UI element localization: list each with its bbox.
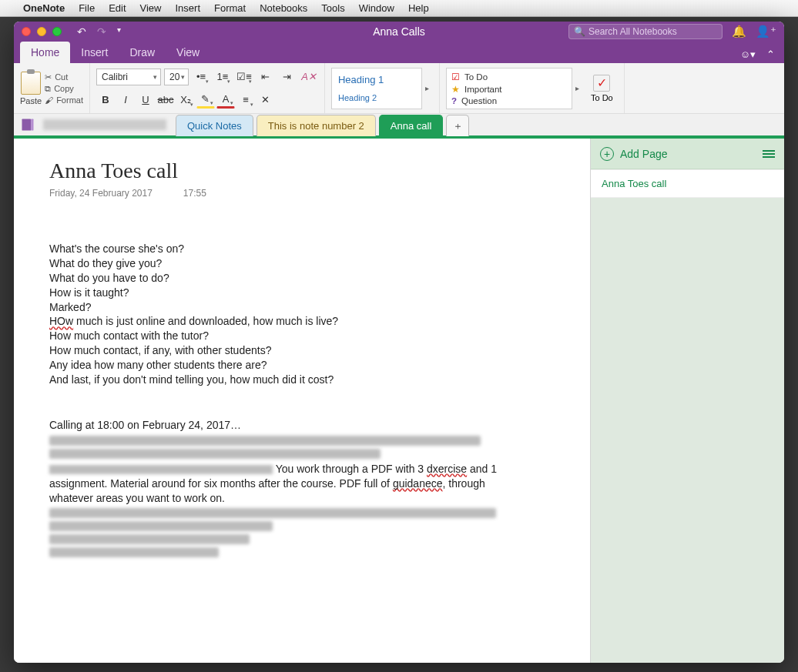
page-list-options[interactable] <box>763 150 775 158</box>
search-notebooks[interactable]: 🔍 <box>568 24 723 39</box>
tab-draw[interactable]: Draw <box>119 42 166 63</box>
align-button[interactable]: ≡▾ <box>236 92 255 109</box>
menu-insert[interactable]: Insert <box>175 2 200 14</box>
svg-rect-1 <box>31 119 33 131</box>
menu-view[interactable]: View <box>140 2 162 14</box>
notebook-icon[interactable] <box>20 117 35 132</box>
emoji-button[interactable]: ☺▾ <box>740 48 756 60</box>
body-line[interactable]: What do you have to do? <box>49 271 527 286</box>
format-painter-button[interactable]: 🖌Format <box>45 95 83 105</box>
clear-formatting-button[interactable]: A✕ <box>300 69 318 85</box>
menu-help[interactable]: Help <box>408 2 429 14</box>
font-family-select[interactable]: Calibri <box>96 69 161 85</box>
redacted-text <box>49 534 250 544</box>
redacted-text <box>49 449 381 459</box>
undo-button[interactable]: ↶ <box>77 25 86 38</box>
style-heading2[interactable]: Heading 2 <box>338 93 415 102</box>
numbering-button[interactable]: 1≡▾ <box>213 69 232 85</box>
section-note-2[interactable]: This is note number 2 <box>256 115 376 136</box>
subscript-button[interactable]: X₂▾ <box>176 92 195 109</box>
tag-important[interactable]: ★Important <box>451 84 567 95</box>
page-list-item[interactable]: Anna Toes call <box>591 169 784 198</box>
window-minimize[interactable] <box>37 27 46 36</box>
body-line[interactable]: You work through a PDF with 3 dxercise a… <box>49 462 527 506</box>
redo-button[interactable]: ↷ <box>97 25 106 38</box>
body-line[interactable]: How much contact with the tutor? <box>49 329 527 343</box>
menu-edit[interactable]: Edit <box>109 2 126 14</box>
strikethrough-button[interactable]: abc <box>156 92 175 109</box>
font-size-select[interactable]: 20 <box>164 69 189 85</box>
title-bar: ↶ ↷ ▾ Anna Calls 🔍 🔔 👤⁺ <box>14 22 784 42</box>
page-canvas[interactable]: Anna Toes call Friday, 24 February 2017 … <box>14 139 590 663</box>
window-zoom[interactable] <box>52 27 62 36</box>
page-title[interactable]: Anna Toes call <box>49 159 567 183</box>
underline-button[interactable]: U <box>136 92 155 109</box>
redacted-text <box>49 508 496 518</box>
checkbox-icon: ☑ <box>451 72 460 82</box>
notebook-name[interactable] <box>43 119 166 130</box>
app-menu[interactable]: OneNote <box>23 2 65 14</box>
outdent-button[interactable]: ⇤ <box>256 69 275 85</box>
window-close[interactable] <box>22 27 31 36</box>
tab-home[interactable]: Home <box>20 42 70 63</box>
share-icon[interactable]: 👤⁺ <box>756 25 776 38</box>
todo-label: To Do <box>591 93 613 102</box>
redacted-text <box>49 436 481 446</box>
body-line[interactable]: How much contact, if any, with other stu… <box>49 343 527 358</box>
section-anna-call[interactable]: Anna call <box>379 115 443 136</box>
highlight-button[interactable]: ✎▾ <box>196 92 215 109</box>
checklist-button[interactable]: ☑≡▾ <box>235 69 253 85</box>
clipboard-icon <box>21 72 41 95</box>
body-line[interactable]: What do they give you? <box>49 256 527 271</box>
italic-button[interactable]: I <box>116 92 135 109</box>
tab-insert[interactable]: Insert <box>70 42 119 63</box>
redacted-text <box>49 465 273 474</box>
section-quick-notes[interactable]: Quick Notes <box>176 115 253 136</box>
bold-button[interactable]: B <box>96 92 115 109</box>
tags-gallery[interactable]: ☑To Do ★Important ?Question ▸ <box>446 68 583 109</box>
style-heading1[interactable]: Heading 1 <box>338 74 415 85</box>
copy-button[interactable]: ⧉Copy <box>45 84 83 94</box>
check-icon: ✓ <box>593 75 610 92</box>
tag-question[interactable]: ?Question <box>451 96 567 105</box>
page-date: Friday, 24 February 2017 <box>49 188 153 199</box>
section-tab-strip: Quick Notes This is note number 2 Anna c… <box>14 114 784 139</box>
indent-button[interactable]: ⇥ <box>278 69 297 85</box>
notifications-icon[interactable]: 🔔 <box>732 25 746 38</box>
menu-file[interactable]: File <box>79 2 95 14</box>
body-line[interactable]: What's the course she's on? <box>49 242 527 256</box>
styles-gallery[interactable]: Heading 1 Heading 2 ▸ <box>331 68 433 109</box>
body-line[interactable]: Any idea how many other students there a… <box>49 358 527 373</box>
ribbon-tab-strip: Home Insert Draw View ☺▾ ⌃ <box>14 42 784 63</box>
body-line[interactable]: How is it taught? <box>49 286 527 300</box>
delete-button[interactable]: ✕ <box>256 92 275 109</box>
qat-dropdown[interactable]: ▾ <box>117 25 121 38</box>
todo-button[interactable]: ✓ To Do <box>586 75 618 102</box>
collapse-ribbon[interactable]: ⌃ <box>766 48 775 60</box>
menu-window[interactable]: Window <box>359 2 394 14</box>
body-line[interactable]: Calling at 18:00 on February 24, 2017… <box>49 418 527 433</box>
brush-icon: 🖌 <box>45 95 53 105</box>
paste-button[interactable]: Paste <box>20 72 42 105</box>
app-window: ↶ ↷ ▾ Anna Calls 🔍 🔔 👤⁺ Home Insert Draw… <box>14 22 784 663</box>
body-line[interactable]: Marked? <box>49 300 527 315</box>
body-line[interactable]: HOw much is just online and downloaded, … <box>49 314 527 329</box>
tag-todo[interactable]: ☑To Do <box>451 72 567 82</box>
search-input[interactable] <box>588 26 717 37</box>
tags-expand[interactable]: ▸ <box>572 84 583 92</box>
menu-notebooks[interactable]: Notebooks <box>260 2 307 14</box>
add-page-label: Add Page <box>620 148 668 160</box>
styles-expand[interactable]: ▸ <box>422 84 433 92</box>
font-color-button[interactable]: A▾ <box>216 92 235 109</box>
menu-format[interactable]: Format <box>214 2 246 14</box>
tab-view[interactable]: View <box>166 42 210 63</box>
add-section-button[interactable]: ＋ <box>446 115 469 136</box>
cut-button[interactable]: ✂Cut <box>45 72 83 82</box>
menu-tools[interactable]: Tools <box>321 2 344 14</box>
page-body[interactable]: What's the course she's on? What do they… <box>49 242 527 557</box>
body-line[interactable]: And last, if you don't mind telling you,… <box>49 373 527 387</box>
add-page-button[interactable]: + Add Page <box>600 147 668 161</box>
paste-label: Paste <box>20 96 42 105</box>
question-icon: ? <box>451 96 457 105</box>
bullets-button[interactable]: •≡▾ <box>192 69 210 85</box>
